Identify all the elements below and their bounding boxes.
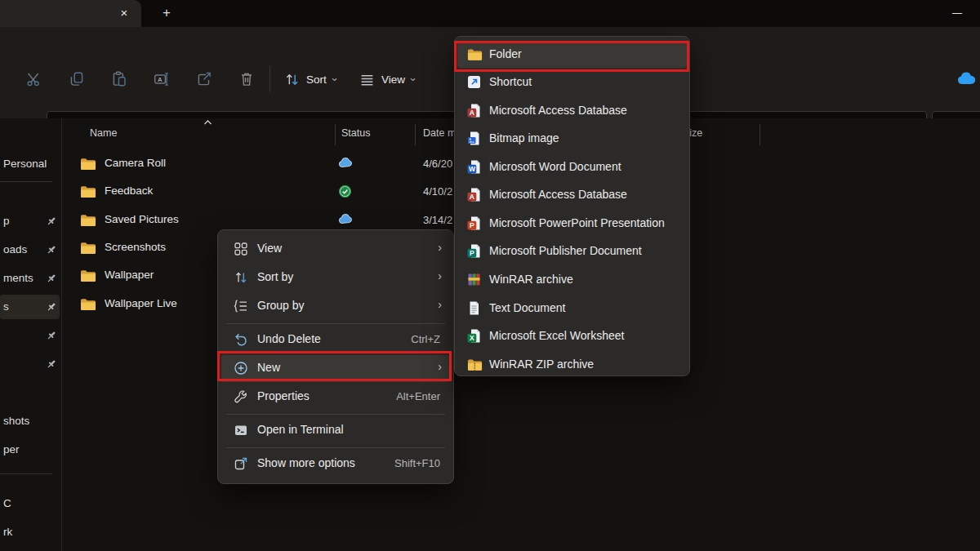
menu-separator xyxy=(226,414,445,415)
red-annotation-box-new xyxy=(217,351,452,381)
sidebar-label: s xyxy=(3,300,9,313)
sidebar-item-music[interactable] xyxy=(0,323,3,348)
column-divider[interactable] xyxy=(335,124,336,145)
submenu-item-powerpoint-presentation[interactable]: P Microsoft PowerPoint Presentation xyxy=(455,210,689,238)
pin-icon xyxy=(46,358,57,370)
submenu-item-winrar-archive[interactable]: WinRAR archive xyxy=(455,266,689,294)
submenu-item-label: Shortcut xyxy=(489,75,532,88)
menu-item-open-in-terminal[interactable]: Open in Terminal xyxy=(218,416,453,445)
menu-shortcut: Shift+F10 xyxy=(394,457,440,469)
zip-archive-icon xyxy=(467,358,483,371)
submenu-item-label: Microsoft Access Database xyxy=(489,188,627,201)
status-cloud-icon xyxy=(338,213,353,224)
menu-item-sort-by[interactable]: Sort by › xyxy=(218,264,453,292)
submenu-item-access-database[interactable]: A Microsoft Access Database xyxy=(455,97,689,125)
column-header-name[interactable]: Name xyxy=(90,127,117,139)
menu-item-group-by[interactable]: Group by › xyxy=(218,292,453,321)
access-file-icon: A xyxy=(467,188,481,202)
chevron-down-icon: › xyxy=(328,78,341,81)
svg-text:X: X xyxy=(470,334,474,342)
cut-button[interactable] xyxy=(24,69,44,89)
sort-dropdown[interactable]: Sort › xyxy=(284,68,336,91)
menu-item-undo-delete[interactable]: Undo Delete Ctrl+Z xyxy=(218,326,453,354)
sidebar-item-desktop[interactable]: p xyxy=(0,209,10,233)
menu-item-show-more-options[interactable]: Show more options Shift+F10 xyxy=(218,450,453,478)
sidebar-label: shots xyxy=(3,415,29,427)
menu-item-label: View xyxy=(257,242,282,255)
menu-item-properties[interactable]: Properties Alt+Enter xyxy=(218,383,453,411)
submenu-item-label: Microsoft Word Document xyxy=(489,160,621,173)
sidebar-item-pictures[interactable]: s xyxy=(0,295,9,319)
pin-icon xyxy=(46,216,57,227)
svg-text:P: P xyxy=(470,249,474,257)
menu-item-label: Show more options xyxy=(257,456,355,469)
sidebar-label: ments xyxy=(3,272,33,284)
sidebar-label: rk xyxy=(3,526,12,538)
sidebar-item-documents[interactable]: ments xyxy=(0,266,33,291)
sort-icon xyxy=(284,72,300,87)
share-button[interactable] xyxy=(194,69,214,89)
view-label: View xyxy=(381,73,405,86)
file-date: 4/10/2 xyxy=(423,185,452,198)
sidebar-label: Personal xyxy=(3,158,47,170)
sidebar-item-network[interactable]: rk xyxy=(0,520,12,544)
view-dropdown[interactable]: View › xyxy=(359,68,415,91)
chevron-right-icon: › xyxy=(438,298,442,311)
submenu-item-excel-worksheet[interactable]: X Microsoft Excel Worksheet xyxy=(455,322,689,350)
sidebar-item-onedrive-personal[interactable]: Personal xyxy=(0,152,47,176)
file-date: 4/6/20 xyxy=(423,158,452,170)
menu-item-label: Sort by xyxy=(257,270,293,283)
svg-text:A: A xyxy=(158,76,163,83)
tab-bar: × + — xyxy=(0,0,980,27)
sort-icon xyxy=(234,270,248,285)
column-divider[interactable] xyxy=(415,124,416,145)
chevron-right-icon: › xyxy=(438,241,442,254)
menu-item-view[interactable]: View › xyxy=(218,235,453,264)
chevron-down-icon: › xyxy=(408,78,420,81)
sidebar-separator xyxy=(0,473,52,474)
view-icon xyxy=(359,72,375,87)
terminal-icon xyxy=(234,423,248,438)
sidebar-label: C xyxy=(3,497,11,509)
sidebar-item-wallpaper[interactable]: per xyxy=(0,438,20,462)
file-date: 3/14/2 xyxy=(423,214,452,226)
file-name: Saved Pictures xyxy=(105,213,179,225)
submenu-item-word-document[interactable]: W Microsoft Word Document xyxy=(455,153,689,181)
submenu-item-label: WinRAR archive xyxy=(489,273,573,286)
svg-text:A: A xyxy=(470,109,474,117)
copy-button[interactable] xyxy=(67,69,87,89)
file-name: Screenshots xyxy=(105,241,166,253)
explorer-tab[interactable]: × xyxy=(0,0,141,27)
rename-icon: A xyxy=(153,70,171,88)
menu-item-label: Group by xyxy=(257,299,305,312)
bitmap-file-icon xyxy=(467,131,481,145)
rename-button[interactable]: A xyxy=(152,69,172,89)
folder-icon xyxy=(80,242,96,255)
submenu-item-label: WinRAR ZIP archive xyxy=(489,358,594,371)
column-divider[interactable] xyxy=(760,124,760,145)
properties-wrench-icon xyxy=(234,389,248,404)
minimize-button[interactable]: — xyxy=(946,2,969,24)
folder-icon xyxy=(80,185,96,198)
submenu-item-access-database-2[interactable]: A Microsoft Access Database xyxy=(455,181,689,209)
submenu-item-shortcut[interactable]: Shortcut xyxy=(455,69,689,96)
submenu-item-bitmap-image[interactable]: Bitmap image xyxy=(455,125,689,153)
sidebar-item-videos[interactable] xyxy=(0,352,3,376)
submenu-item-text-document[interactable]: Text Document xyxy=(455,295,689,322)
delete-button[interactable] xyxy=(237,69,256,89)
sidebar-item-screenshots[interactable]: shots xyxy=(0,409,29,433)
show-more-options-icon xyxy=(234,456,248,471)
submenu-item-publisher-document[interactable]: P Microsoft Publisher Document xyxy=(455,238,689,265)
tab-close-icon[interactable]: × xyxy=(116,4,132,22)
column-header-status[interactable]: Status xyxy=(341,127,370,139)
menu-item-label: Properties xyxy=(257,389,310,402)
sidebar-item-this-pc[interactable]: C xyxy=(0,491,11,516)
submenu-item-label: Microsoft PowerPoint Presentation xyxy=(489,216,665,229)
submenu-item-winrar-zip-archive[interactable]: WinRAR ZIP archive xyxy=(455,351,689,379)
submenu-item-label: Microsoft Excel Worksheet xyxy=(489,329,624,342)
paste-button[interactable] xyxy=(109,69,129,89)
new-tab-button[interactable]: + xyxy=(158,2,176,24)
onedrive-status-button[interactable] xyxy=(957,72,975,85)
file-name: Camera Roll xyxy=(105,157,166,169)
sidebar-item-downloads[interactable]: oads xyxy=(0,238,27,262)
